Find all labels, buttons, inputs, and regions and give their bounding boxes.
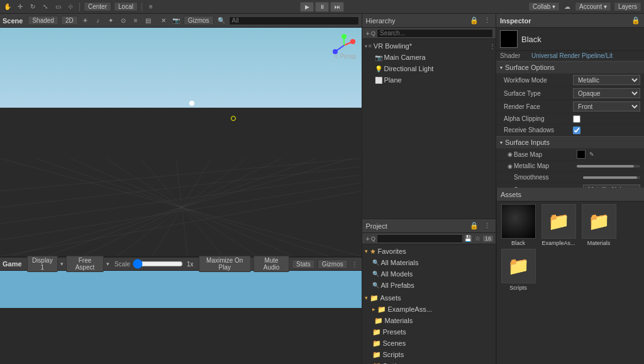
scenes-folder-icon: 📁 [372,339,381,348]
scene-canvas[interactable]: < Persp [0,28,362,256]
play-button[interactable]: ▶ [300,2,314,12]
rect-tool-icon[interactable]: ▭ [53,2,63,12]
layers-button[interactable]: Layers [614,2,641,11]
smoothness-slider[interactable] [583,176,640,179]
move-tool-icon[interactable]: ✛ [15,2,25,12]
assets-folder-icon: 📁 [370,294,379,302]
hand-tool-icon[interactable]: ✋ [3,2,13,12]
scale-value: 1x [187,261,194,268]
2d-button[interactable]: 2D [61,16,78,25]
all-materials-label: All Materials [381,259,419,266]
project-lock-btn[interactable]: 🔒 [469,222,480,230]
inspector-panel: Inspector 🔒 Black Shader Universal Rende… [496,14,644,188]
asset-item-other[interactable]: 📁 Scripts [499,249,537,291]
display-dropdown[interactable]: Display 1 [27,256,58,272]
project-favorites-header[interactable]: ▾ ★ Favorites [362,246,496,257]
project-assets-header[interactable]: ▾ 📁 Assets [362,292,496,304]
project-search-input[interactable] [377,234,463,243]
aspect-dropdown[interactable]: Free Aspect [66,256,104,272]
hierarchy-search-input[interactable] [377,29,493,38]
hierarchy-menu-btn[interactable]: ⋮ [482,16,492,25]
proj-settings[interactable]: 📁 Settings [362,360,496,364]
rotate-tool-icon[interactable]: ↻ [28,2,38,12]
center-button[interactable]: Center [84,2,111,11]
render-face-select[interactable]: Front [573,101,640,111]
all-prefabs-label: All Prefabs [381,282,414,289]
scale-tool-icon[interactable]: ⤡ [40,2,50,12]
pause-button[interactable]: ⏸ [315,2,329,12]
surface-options-section[interactable]: ▾ Surface Options [496,61,644,74]
shaded-dropdown[interactable]: Shaded [28,16,58,25]
transform-tool-icon[interactable]: ⊹ [65,2,75,12]
game-menu-icon[interactable]: ⋮ [350,259,359,269]
search-model-icon: 🔍 [372,271,379,277]
project-add-btn[interactable]: + [365,235,371,242]
asset-name-example: ExampleAs... [541,240,575,246]
hierarchy-lock-btn[interactable]: 🔒 [469,16,480,25]
material-color-swatch[interactable] [500,30,518,48]
gizmos-button[interactable]: Gizmos [184,16,214,25]
hierarchy-title: Hierarchy [366,17,396,25]
surface-inputs-section[interactable]: ▾ Surface Inputs [496,136,644,149]
scene-move-gizmo[interactable] [189,101,194,106]
base-map-edit-icon[interactable]: ✎ [589,151,594,157]
hierarchy-vrb-menu[interactable]: ⋮ [489,43,496,50]
game-gizmos-button[interactable]: Gizmos [318,259,348,269]
workflow-mode-select[interactable]: Metallic [573,75,640,85]
stats-button[interactable]: Stats [292,259,315,269]
audio-icon[interactable]: ♪ [93,16,103,26]
step-button[interactable]: ⏭ [330,2,344,12]
hierarchy-item-camera-label: Main Camera [384,54,426,61]
game-canvas[interactable] [0,271,362,364]
asset-item-materials[interactable]: 📁 Materials [580,204,618,246]
proj-materials[interactable]: 📁 Materials [362,315,496,326]
game-title: Game [3,260,22,268]
surface-type-row: Surface Type Opaque [496,87,644,100]
project-star-icon[interactable]: ☆ [473,234,483,244]
fx-icon[interactable]: ✦ [106,16,116,26]
hierarchy-item-plane[interactable]: ⬜ Plane [362,74,496,86]
project-left-panel: ▾ ★ Favorites 🔍 All Materials 🔍 All Mode… [362,244,496,364]
receive-shadows-checkbox[interactable] [573,127,580,134]
project-menu-btn[interactable]: ⋮ [482,222,492,230]
scene-select-gizmo[interactable] [230,115,237,122]
scene-search[interactable] [229,16,359,25]
proj-scenes[interactable]: 📁 Scenes [362,338,496,349]
project-save-icon[interactable]: 💾 [463,234,473,244]
camera-icon[interactable]: 📷 [171,16,181,26]
scene-gizmo[interactable] [331,33,357,58]
maximize-on-play-button[interactable]: Maximize On Play [199,256,251,272]
shader-value[interactable]: Universal Render Pipeline/Lit [531,52,640,59]
search-scene-icon[interactable]: 🔍 [216,16,226,26]
hierarchy-add-btn[interactable]: + [365,30,371,37]
hierarchy-item-vrb[interactable]: ▾ ≡ VR Bowling* ⋮ [362,40,496,52]
search-mat-icon: 🔍 [372,259,379,266]
scene-view: Scene Shaded 2D ☀ ♪ ✦ ⊙ ≡ ▤ ✕ 📷 Gizmos 🔍 [0,14,362,257]
scale-slider[interactable] [133,261,183,267]
hierarchy-panel: Hierarchy 🔒 ⋮ + Q ▾ ≡ VR Bowling* ⋮ [362,14,496,219]
local-button[interactable]: Local [114,2,138,11]
hierarchy-item-light[interactable]: 💡 Directional Light [362,63,496,74]
asset-item-example[interactable]: 📁 ExampleAs... [540,204,577,246]
base-map-swatch[interactable] [577,150,586,159]
all-models-label: All Models [381,270,413,278]
hierarchy-item-camera[interactable]: 📷 Main Camera [362,52,496,63]
cloud-icon[interactable]: ☁ [562,2,572,12]
proj-all-materials[interactable]: 🔍 All Materials [362,257,496,268]
proj-all-prefabs[interactable]: 🔍 All Prefabs [362,280,496,291]
inspector-lock-icon[interactable]: 🔒 [631,16,640,25]
close-scene-icon[interactable]: ✕ [158,16,169,26]
asset-item-black[interactable]: Black [499,204,537,246]
light-icon[interactable]: ☀ [80,16,91,26]
proj-scripts[interactable]: 📁 Scripts [362,349,496,360]
account-button[interactable]: Account ▾ [575,2,611,11]
collab-button[interactable]: Collab ▾ [528,2,560,11]
proj-presets[interactable]: 📁 Presets [362,326,496,338]
proj-example-assets[interactable]: ▸ 📁 ExampleAss... [362,304,496,315]
mute-audio-button[interactable]: Mute Audio [253,256,289,272]
base-map-row: ◉ Base Map ✎ [496,149,644,161]
proj-all-models[interactable]: 🔍 All Models [362,268,496,280]
metallic-slider[interactable] [577,165,640,168]
alpha-clipping-checkbox[interactable] [573,115,580,123]
surface-type-select[interactable]: Opaque [573,88,640,98]
